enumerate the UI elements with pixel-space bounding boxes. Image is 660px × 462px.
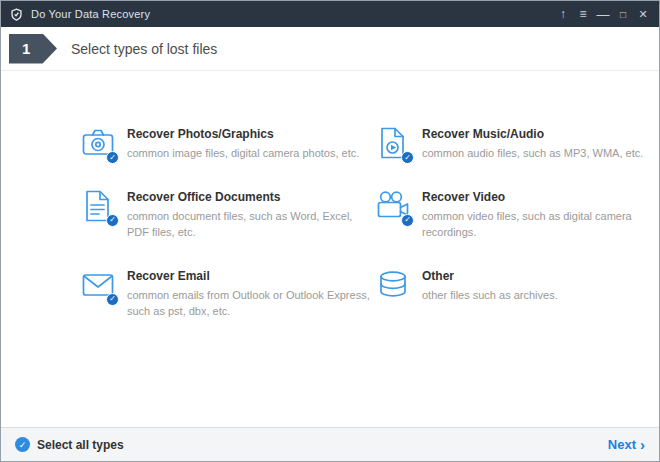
checked-badge-icon: ✓ xyxy=(401,151,414,164)
file-type-video[interactable]: ✓ Recover Video common video files, such… xyxy=(376,189,647,241)
step-header: 1 Select types of lost files xyxy=(1,27,659,71)
file-type-description: common emails from Outlook or Outlook Ex… xyxy=(127,287,376,320)
select-all-types-toggle[interactable]: ✓ Select all types xyxy=(15,437,124,452)
file-type-text: Recover Email common emails from Outlook… xyxy=(127,268,376,320)
file-type-grid: ✓ Recover Photos/Graphics common image f… xyxy=(81,126,647,320)
checked-badge-icon: ✓ xyxy=(106,293,119,306)
menu-button[interactable]: ≡ xyxy=(573,1,593,27)
window-title: Do Your Data Recovery xyxy=(31,8,150,20)
file-type-title: Recover Video xyxy=(422,190,647,204)
file-type-description: common video files, such as digital came… xyxy=(422,208,647,241)
checked-badge-icon: ✓ xyxy=(401,214,414,227)
file-type-text: Recover Office Documents common document… xyxy=(127,189,376,241)
disk-stack-icon: ✓ xyxy=(376,268,411,303)
file-type-text: Recover Music/Audio common audio files, … xyxy=(422,126,643,162)
titlebar: Do Your Data Recovery ↑ ≡ — □ ✕ xyxy=(1,1,659,27)
document-icon: ✓ xyxy=(81,189,116,224)
file-type-description: common document files, such as Word, Exc… xyxy=(127,208,376,241)
file-type-other[interactable]: ✓ Other other files such as archives. xyxy=(376,268,647,320)
file-type-text: Other other files such as archives. xyxy=(422,268,558,304)
file-type-description: common audio files, such as MP3, WMA, et… xyxy=(422,145,643,162)
file-type-description: other files such as archives. xyxy=(422,287,558,304)
file-type-title: Other xyxy=(422,269,558,283)
next-label: Next xyxy=(608,437,636,452)
file-type-title: Recover Email xyxy=(127,269,376,283)
maximize-button[interactable]: □ xyxy=(613,1,633,27)
close-button[interactable]: ✕ xyxy=(633,1,653,27)
file-type-title: Recover Music/Audio xyxy=(422,127,643,141)
upgrade-arrow-button[interactable]: ↑ xyxy=(553,1,573,27)
app-shield-logo-icon xyxy=(9,7,24,22)
file-type-text: Recover Photos/Graphics common image fil… xyxy=(127,126,359,162)
checked-badge-icon: ✓ xyxy=(106,151,119,164)
select-all-check-icon[interactable]: ✓ xyxy=(15,437,30,452)
file-type-description: common image files, digital camera photo… xyxy=(127,145,359,162)
file-type-title: Recover Photos/Graphics xyxy=(127,127,359,141)
checked-badge-icon: ✓ xyxy=(106,214,119,227)
file-type-selection-area: ✓ Recover Photos/Graphics common image f… xyxy=(1,71,659,427)
file-type-documents[interactable]: ✓ Recover Office Documents common docume… xyxy=(81,189,376,241)
file-type-email[interactable]: ✓ Recover Email common emails from Outlo… xyxy=(81,268,376,320)
bottom-bar: ✓ Select all types Next › xyxy=(1,427,659,461)
envelope-icon: ✓ xyxy=(81,268,116,303)
music-file-icon: ✓ xyxy=(376,126,411,161)
select-all-label: Select all types xyxy=(37,438,124,452)
file-type-music[interactable]: ✓ Recover Music/Audio common audio files… xyxy=(376,126,647,162)
minimize-button[interactable]: — xyxy=(593,1,613,27)
step-number-badge: 1 xyxy=(9,34,57,64)
camera-icon: ✓ xyxy=(81,126,116,161)
file-type-text: Recover Video common video files, such a… xyxy=(422,189,647,241)
app-window: Do Your Data Recovery ↑ ≡ — □ ✕ 1 Select… xyxy=(0,0,660,462)
chevron-right-icon: › xyxy=(640,437,645,452)
step-title: Select types of lost files xyxy=(71,41,217,57)
video-camera-icon: ✓ xyxy=(376,189,411,224)
file-type-title: Recover Office Documents xyxy=(127,190,376,204)
file-type-photos[interactable]: ✓ Recover Photos/Graphics common image f… xyxy=(81,126,376,162)
next-button[interactable]: Next › xyxy=(608,437,645,452)
